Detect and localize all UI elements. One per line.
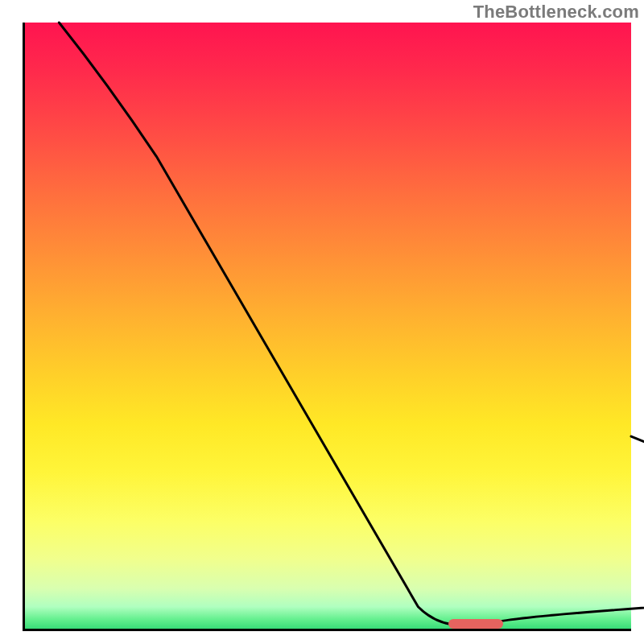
curve-path xyxy=(59,23,644,625)
bottleneck-curve xyxy=(23,23,631,631)
watermark-text: TheBottleneck.com xyxy=(473,2,639,23)
optimal-range-indicator xyxy=(448,619,503,629)
plot-area xyxy=(23,23,631,631)
chart-container: TheBottleneck.com xyxy=(0,0,644,644)
